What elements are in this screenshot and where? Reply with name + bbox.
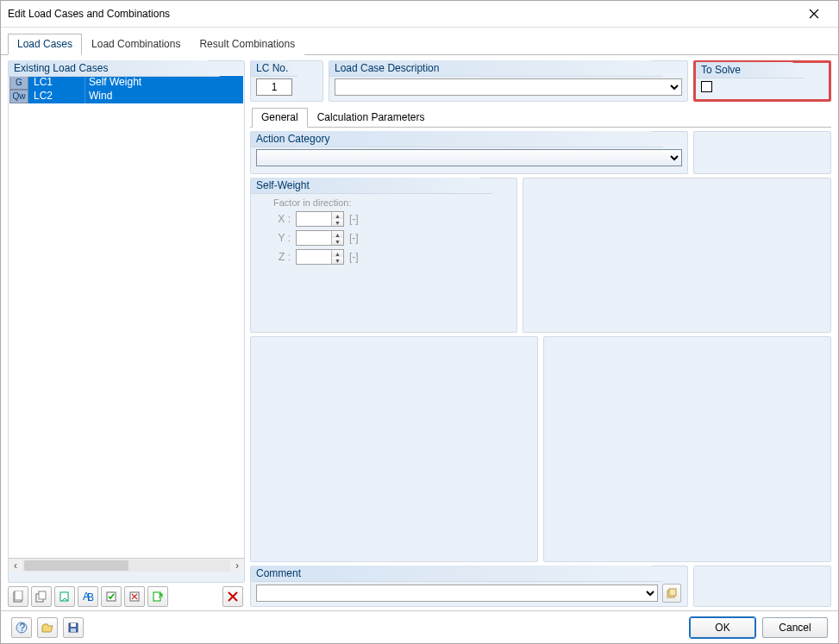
new-button[interactable] xyxy=(8,586,28,607)
deselect-all-button[interactable] xyxy=(124,586,145,607)
scroll-right-icon[interactable]: › xyxy=(230,559,244,572)
factor-x-input[interactable]: ▲▼ xyxy=(296,211,344,227)
svg-rect-11 xyxy=(669,589,676,596)
comment-library-button[interactable] xyxy=(662,584,681,603)
load-case-id: LC2 xyxy=(30,90,85,103)
load-case-row[interactable]: Qw LC2 Wind xyxy=(9,90,243,103)
action-category-select[interactable] xyxy=(256,149,682,166)
load-case-row[interactable]: G LC1 Self Weight xyxy=(9,76,243,90)
save-icon xyxy=(67,622,79,634)
load-case-list[interactable]: G LC1 Self Weight Qw LC2 Wind xyxy=(9,75,244,558)
close-button[interactable] xyxy=(797,1,831,27)
help-icon: ? xyxy=(16,622,28,634)
y-label: Y : xyxy=(273,232,291,244)
load-case-category: G xyxy=(9,76,28,90)
tab-result-combinations[interactable]: Result Combinations xyxy=(190,34,304,55)
existing-load-cases-title: Existing Load Cases xyxy=(9,60,220,77)
factor-z-input[interactable]: ▲▼ xyxy=(296,249,344,265)
rename-button[interactable]: AB xyxy=(78,586,98,607)
document-stack-icon xyxy=(666,587,678,599)
factor-y-input[interactable]: ▲▼ xyxy=(296,230,344,246)
svg-rect-3 xyxy=(39,591,46,599)
delete-button[interactable] xyxy=(222,586,243,607)
help-button[interactable]: ? xyxy=(11,617,32,638)
folder-open-icon xyxy=(41,622,53,634)
copy-button[interactable] xyxy=(54,586,75,607)
new-stack-button[interactable] xyxy=(31,586,52,607)
select-all-button[interactable] xyxy=(101,586,122,607)
z-label: Z : xyxy=(273,251,291,263)
unit-label: [-] xyxy=(349,251,359,263)
load-case-desc: Wind xyxy=(85,90,243,103)
subtab-calculation-parameters[interactable]: Calculation Parameters xyxy=(308,108,435,128)
export-button[interactable] xyxy=(147,586,168,607)
window-title: Edit Load Cases and Combinations xyxy=(8,8,797,20)
svg-text:?: ? xyxy=(20,622,26,634)
tab-load-combinations[interactable]: Load Combinations xyxy=(82,34,190,55)
save-button[interactable] xyxy=(63,617,84,638)
tab-load-cases[interactable]: Load Cases xyxy=(8,34,82,55)
comment-select[interactable] xyxy=(256,585,658,602)
to-solve-title: To Solve xyxy=(696,62,805,78)
svg-text:B: B xyxy=(87,591,94,603)
lc-desc-title: Load Case Description xyxy=(329,60,663,77)
svg-rect-15 xyxy=(71,623,76,627)
scroll-left-icon[interactable]: ‹ xyxy=(9,559,22,572)
cancel-button[interactable]: Cancel xyxy=(762,617,828,638)
horizontal-scrollbar[interactable]: ‹ › xyxy=(9,558,244,572)
factor-direction-label: Factor in direction: xyxy=(273,197,511,208)
comment-title: Comment xyxy=(251,566,663,582)
load-case-desc: Self Weight xyxy=(85,76,243,90)
load-case-id: LC1 xyxy=(30,76,85,90)
subtab-general[interactable]: General xyxy=(252,108,308,128)
svg-rect-1 xyxy=(15,591,22,600)
load-case-category: Qw xyxy=(9,90,28,103)
lc-desc-select[interactable] xyxy=(335,78,682,96)
open-button[interactable] xyxy=(37,617,58,638)
action-category-title: Action Category xyxy=(251,131,663,147)
ok-button[interactable]: OK xyxy=(690,617,755,638)
svg-rect-16 xyxy=(71,628,76,632)
lc-no-input[interactable] xyxy=(256,78,292,96)
to-solve-checkbox[interactable] xyxy=(701,81,712,92)
x-label: X : xyxy=(273,213,291,225)
self-weight-title: Self-Weight xyxy=(251,178,492,194)
unit-label: [-] xyxy=(349,232,359,244)
unit-label: [-] xyxy=(349,213,359,225)
